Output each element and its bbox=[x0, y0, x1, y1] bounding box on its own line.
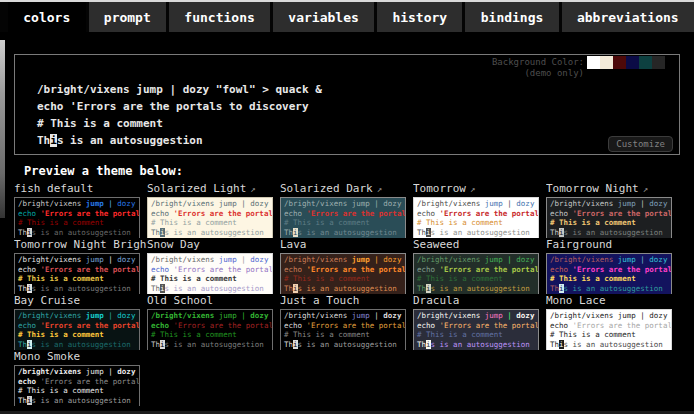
text-token: /bright/vixens bbox=[151, 255, 219, 264]
text-token: "fowl" bbox=[401, 199, 406, 208]
text-token: echo bbox=[18, 377, 41, 386]
tab-variables[interactable]: variables bbox=[273, 2, 374, 32]
text-token: # This is a comment bbox=[417, 274, 503, 283]
text-token: dozy bbox=[383, 199, 401, 208]
theme-title: Bay Cruise bbox=[14, 294, 147, 307]
text-token: # This is a comment bbox=[151, 330, 237, 339]
text-token: 'Errors are the portals to discovery bbox=[41, 209, 140, 218]
external-link-icon[interactable]: ↗ bbox=[470, 184, 475, 194]
text-token: # This is a comment bbox=[550, 218, 636, 227]
text-token: jump bbox=[219, 255, 237, 264]
text-token: jump bbox=[618, 255, 636, 264]
text-token: "fowl" bbox=[135, 367, 140, 376]
preview-line: This is an autosuggestion bbox=[18, 284, 136, 294]
preview-line: echo 'Errors are the portals to discover… bbox=[151, 265, 269, 275]
theme-title: Dracula bbox=[413, 294, 546, 307]
theme-title: Solarized Dark↗ bbox=[280, 182, 413, 195]
bg-swatch-charcoal[interactable] bbox=[652, 56, 665, 69]
theme-preview-mono-lace[interactable]: /bright/vixens jump | dozy "fowl" > quac… bbox=[546, 309, 672, 350]
tab-history[interactable]: history bbox=[377, 2, 462, 32]
theme-preview-solarized-dark[interactable]: /bright/vixens jump | dozy "fowl" > quac… bbox=[280, 197, 406, 238]
theme-preview-tomorrow-night-bright[interactable]: /bright/vixens jump | dozy "fowl" > quac… bbox=[14, 253, 140, 294]
theme-preview-just-a-touch[interactable]: /bright/vixens jump | dozy "fowl" > quac… bbox=[280, 309, 406, 350]
theme-preview-tomorrow-night[interactable]: /bright/vixens jump | dozy "fowl" > quac… bbox=[546, 197, 672, 238]
preview-line: # This is a comment bbox=[284, 274, 402, 284]
preview-line: This is an autosuggestion bbox=[284, 340, 402, 350]
theme-cell-old-school: Old School/bright/vixens jump | dozy "fo… bbox=[147, 294, 280, 350]
text-token: jump bbox=[86, 367, 104, 376]
text-token: | bbox=[370, 255, 384, 264]
bg-swatch-white[interactable] bbox=[587, 56, 600, 69]
theme-preview-seaweed[interactable]: /bright/vixens jump | dozy "fowl" > quac… bbox=[413, 253, 539, 294]
text-token: jump bbox=[485, 199, 503, 208]
theme-title: Tomorrow Night↗ bbox=[546, 182, 679, 195]
theme-cell-seaweed: Seaweed/bright/vixens jump | dozy "fowl"… bbox=[413, 238, 546, 294]
tab-colors[interactable]: colors bbox=[8, 2, 86, 32]
tab-functions[interactable]: functions bbox=[169, 2, 270, 32]
theme-name: Mono Smoke bbox=[14, 350, 80, 363]
text-token: echo bbox=[284, 265, 307, 274]
tab-prompt[interactable]: prompt bbox=[89, 2, 167, 32]
theme-preview-bay-cruise[interactable]: /bright/vixens jump | dozy "fowl" > quac… bbox=[14, 309, 140, 350]
text-token: Th bbox=[37, 134, 50, 147]
external-link-icon[interactable]: ↗ bbox=[250, 184, 255, 194]
theme-preview-tomorrow[interactable]: /bright/vixens jump | dozy "fowl" > quac… bbox=[413, 197, 539, 238]
theme-preview-fish-default[interactable]: /bright/vixens jump | dozy "fowl" > quac… bbox=[14, 197, 140, 238]
text-token: "fowl" bbox=[534, 311, 539, 320]
text-token: jump bbox=[86, 199, 104, 208]
theme-title: Tomorrow Night Bright↗ bbox=[14, 238, 147, 251]
text-token: echo bbox=[284, 209, 307, 218]
text-token: s is an autosuggestion bbox=[32, 228, 131, 237]
theme-preview-mono-smoke[interactable]: /bright/vixens jump | dozy "fowl" > quac… bbox=[14, 365, 140, 406]
text-token: dozy bbox=[117, 367, 135, 376]
text-token: jump bbox=[219, 311, 237, 320]
text-token: s is an autosuggestion bbox=[431, 228, 530, 237]
theme-name: fish default bbox=[14, 182, 93, 195]
themes-grid: fish default/bright/vixens jump | dozy "… bbox=[14, 182, 679, 406]
external-link-icon[interactable]: ↗ bbox=[377, 184, 382, 194]
theme-preview-fairground[interactable]: /bright/vixens jump | dozy "fowl" > quac… bbox=[546, 253, 672, 294]
text-token: "fowl" bbox=[667, 255, 672, 264]
preview-line: /bright/vixens jump | dozy "fowl" > quac… bbox=[417, 199, 535, 209]
theme-name: Tomorrow Night bbox=[546, 182, 639, 195]
theme-cell-fish-default: fish default/bright/vixens jump | dozy "… bbox=[14, 182, 147, 238]
text-token: s is an autosuggestion bbox=[298, 228, 397, 237]
text-token: s is an autosuggestion bbox=[165, 340, 264, 349]
preview-line: # This is a comment bbox=[18, 274, 136, 284]
text-token: | bbox=[503, 311, 517, 320]
text-token: /bright/vixens bbox=[18, 311, 86, 320]
background-color-label-line1: Background Color: bbox=[492, 57, 584, 68]
tab-abbreviations[interactable]: abbreviations bbox=[562, 2, 694, 32]
theme-preview-dracula[interactable]: /bright/vixens jump | dozy "fowl" > quac… bbox=[413, 309, 539, 350]
tab-bindings[interactable]: bindings bbox=[465, 2, 558, 32]
text-token: # This is a comment bbox=[550, 274, 636, 283]
text-token: s is an autosuggestion bbox=[298, 284, 397, 293]
bg-swatch-navy[interactable] bbox=[626, 56, 639, 69]
preview-line: # This is a comment bbox=[550, 330, 668, 340]
theme-preview-snow-day[interactable]: /bright/vixens jump | dozy "fowl" > quac… bbox=[147, 253, 273, 294]
text-token: # This is a comment bbox=[284, 330, 370, 339]
external-link-icon[interactable]: ↗ bbox=[643, 184, 648, 194]
bg-swatch-black[interactable] bbox=[665, 56, 678, 69]
text-token: | bbox=[636, 255, 650, 264]
theme-cell-dracula: Dracula/bright/vixens jump | dozy "fowl"… bbox=[413, 294, 546, 350]
theme-preview-lava[interactable]: /bright/vixens jump | dozy "fowl" > quac… bbox=[280, 253, 406, 294]
text-token: /bright/vixens bbox=[417, 199, 485, 208]
theme-cell-tomorrow-night-bright: Tomorrow Night Bright↗/bright/vixens jum… bbox=[14, 238, 147, 294]
text-token: jump bbox=[86, 311, 104, 320]
preview-line: This is an autosuggestion bbox=[417, 340, 535, 350]
bg-swatch-teal[interactable] bbox=[639, 56, 652, 69]
bg-swatch-dark-red[interactable] bbox=[613, 56, 626, 69]
text-token: /bright/vixens jump | dozy "fowl" > quac… bbox=[37, 83, 322, 96]
bg-swatch-ivory[interactable] bbox=[600, 56, 613, 69]
theme-cell-solarized-dark: Solarized Dark↗/bright/vixens jump | doz… bbox=[280, 182, 413, 238]
theme-preview-old-school[interactable]: /bright/vixens jump | dozy "fowl" > quac… bbox=[147, 309, 273, 350]
theme-name: Lava bbox=[280, 238, 307, 251]
customize-button[interactable]: Customize bbox=[608, 136, 673, 152]
preview-line: This is an autosuggestion bbox=[151, 228, 269, 238]
text-token: "fowl" bbox=[534, 255, 539, 264]
preview-line: echo 'Errors are the portals to discover… bbox=[151, 209, 269, 219]
theme-preview-solarized-light[interactable]: /bright/vixens jump | dozy "fowl" > quac… bbox=[147, 197, 273, 238]
text-token: echo bbox=[18, 265, 41, 274]
preview-line: This is an autosuggestion bbox=[417, 228, 535, 238]
